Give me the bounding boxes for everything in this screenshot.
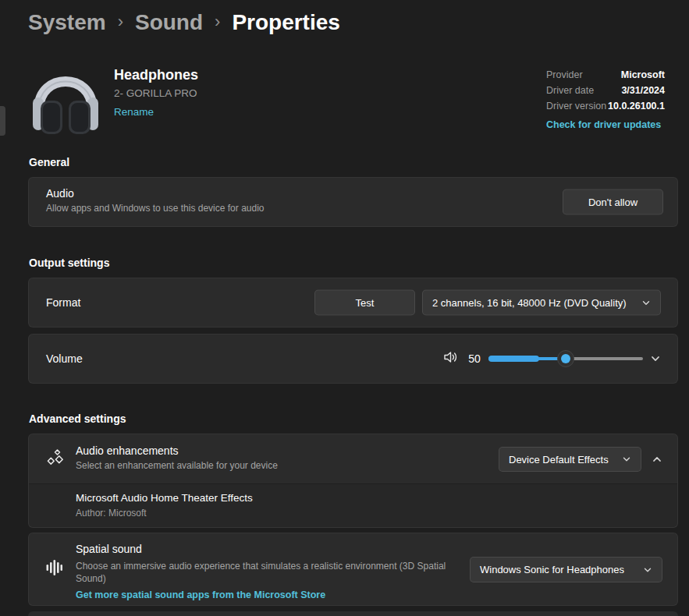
driver-date-label: Driver date xyxy=(546,85,594,96)
driver-info: Provider Microsoft Driver date 3/31/2024… xyxy=(546,69,665,130)
device-subtitle: 2- GORILLA PRO xyxy=(114,87,198,99)
speaker-icon xyxy=(442,349,459,368)
driver-version-label: Driver version xyxy=(546,101,606,112)
driver-date-value: 3/31/2024 xyxy=(621,85,665,96)
audio-enhancements-card: Audio enhancements Select an enhancement… xyxy=(28,434,678,528)
breadcrumb-sound[interactable]: Sound xyxy=(135,10,203,35)
driver-provider-value: Microsoft xyxy=(621,69,665,80)
sparkles-icon xyxy=(46,448,64,469)
device-name: Headphones xyxy=(114,67,198,83)
next-card-sliver xyxy=(28,611,678,616)
left-edge-scroll-indicator[interactable] xyxy=(0,106,5,136)
audio-row-description: Allow apps and Windows to use this devic… xyxy=(46,203,265,214)
format-dropdown-value: 2 channels, 16 bit, 48000 Hz (DVD Qualit… xyxy=(432,297,627,309)
spatial-sound-dropdown[interactable]: Windows Sonic for Headphones xyxy=(470,557,662,582)
rename-link[interactable]: Rename xyxy=(114,106,154,118)
audio-enhancements-title: Audio enhancements xyxy=(76,444,278,457)
general-section-title: General xyxy=(29,156,69,168)
format-card: Format Test 2 channels, 16 bit, 48000 Hz… xyxy=(28,278,678,327)
breadcrumb-system[interactable]: System xyxy=(28,10,106,35)
enhancement-effect-author: Author: Microsoft xyxy=(76,508,677,519)
enhancement-effect-row[interactable]: Microsoft Audio Home Theater Effects Aut… xyxy=(29,483,677,527)
breadcrumb: System › Sound › Properties xyxy=(28,10,340,35)
audio-permission-card: Audio Allow apps and Windows to use this… xyxy=(28,177,678,227)
spatial-store-link[interactable]: Get more spatial sound apps from the Mic… xyxy=(76,589,325,600)
volume-slider-thumb[interactable] xyxy=(557,350,574,367)
output-settings-section-title: Output settings xyxy=(29,257,109,269)
sound-properties-page: System › Sound › Properties Headphones 2… xyxy=(0,0,689,616)
enhancement-dropdown[interactable]: Device Default Effects xyxy=(499,447,641,472)
format-label: Format xyxy=(46,296,80,309)
device-info: Headphones 2- GORILLA PRO Rename xyxy=(114,67,198,119)
audio-enhancements-description: Select an enhancement available for your… xyxy=(76,460,278,471)
enhancement-dropdown-value: Device Default Effects xyxy=(509,454,609,466)
spatial-sound-text: Spatial sound Choose an immersive audio … xyxy=(76,543,470,601)
volume-label: Volume xyxy=(46,352,83,365)
enhancements-expander-chevron-up-icon[interactable] xyxy=(652,454,662,465)
format-dropdown[interactable]: 2 channels, 16 bit, 48000 Hz (DVD Qualit… xyxy=(422,290,661,316)
headphones-image xyxy=(29,60,102,137)
driver-provider-label: Provider xyxy=(546,69,583,80)
breadcrumb-separator-icon: › xyxy=(215,12,220,32)
breadcrumb-separator-icon: › xyxy=(118,12,123,32)
breadcrumb-properties: Properties xyxy=(232,10,340,35)
audio-enhancements-row: Audio enhancements Select an enhancement… xyxy=(29,434,677,483)
advanced-settings-section-title: Advanced settings xyxy=(29,412,126,425)
check-driver-updates-link[interactable]: Check for driver updates xyxy=(546,119,661,130)
chevron-down-icon xyxy=(622,455,631,464)
volume-expander-chevron-down-icon[interactable] xyxy=(650,353,661,364)
volume-value: 50 xyxy=(464,352,485,365)
enhancement-effect-title: Microsoft Audio Home Theater Effects xyxy=(76,492,677,504)
driver-version-row: Driver version 10.0.26100.1 xyxy=(546,101,665,112)
spatial-sound-icon xyxy=(46,558,62,580)
spatial-sound-title: Spatial sound xyxy=(76,543,470,555)
audio-row-title: Audio xyxy=(46,187,265,200)
driver-version-value: 10.0.26100.1 xyxy=(608,101,665,112)
spatial-sound-card: Spatial sound Choose an immersive audio … xyxy=(28,533,678,606)
volume-card: Volume 50 xyxy=(28,334,678,384)
spatial-sound-description: Choose an immersive audio experience tha… xyxy=(76,560,470,585)
driver-provider-row: Provider Microsoft xyxy=(546,69,665,80)
audio-enhancements-text: Audio enhancements Select an enhancement… xyxy=(76,444,278,471)
volume-slider-fill-segment xyxy=(488,356,539,362)
dont-allow-button[interactable]: Don't allow xyxy=(563,189,663,215)
chevron-down-icon xyxy=(643,565,652,575)
audio-permission-text: Audio Allow apps and Windows to use this… xyxy=(46,187,265,214)
test-button[interactable]: Test xyxy=(314,290,415,316)
spatial-sound-dropdown-value: Windows Sonic for Headphones xyxy=(480,564,624,575)
chevron-down-icon xyxy=(641,298,651,307)
driver-date-row: Driver date 3/31/2024 xyxy=(546,85,665,96)
volume-slider[interactable] xyxy=(488,350,643,367)
